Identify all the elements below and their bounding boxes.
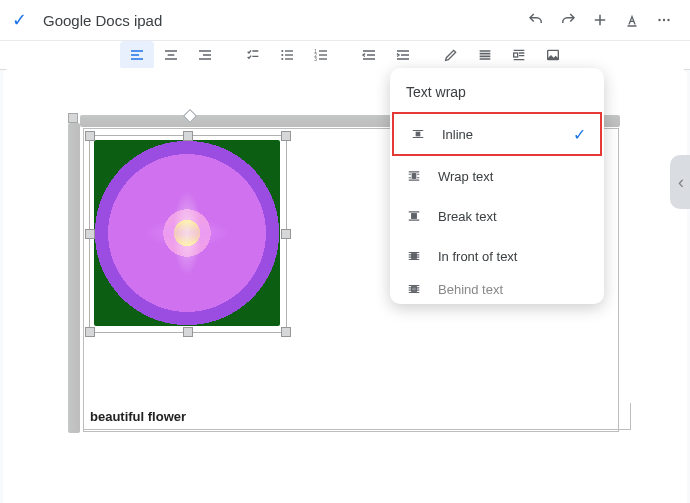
svg-point-1 [658,19,660,21]
menu-item-label: Wrap text [438,169,493,184]
menu-item-inline[interactable]: Inline ✓ [392,112,602,156]
numbered-list-button[interactable]: 123 [304,41,338,69]
doc-title[interactable]: Google Docs ipad [43,12,518,29]
menu-item-label: In front of text [438,249,518,264]
svg-point-3 [667,19,669,21]
resize-handle-sw[interactable] [85,327,95,337]
menu-item-label: Break text [438,209,497,224]
menu-item-label: Inline [442,127,473,142]
break-text-icon [406,209,422,223]
align-right-button[interactable] [188,41,222,69]
format-toolbar: 123 [0,41,690,70]
resize-handle-n[interactable] [183,131,193,141]
svg-rect-7 [285,50,293,51]
resize-handle-nw[interactable] [85,131,95,141]
checklist-button[interactable] [236,41,270,69]
insert-image-button[interactable] [536,41,570,69]
resize-handle-se[interactable] [281,327,291,337]
svg-rect-18 [416,132,420,136]
behind-text-icon [406,282,422,296]
image-caption-row[interactable]: beautiful flower [83,403,631,430]
bullet-list-button[interactable] [270,41,304,69]
wrap-text-icon [406,169,422,183]
vertical-ruler[interactable] [68,123,80,433]
svg-rect-8 [285,54,293,55]
add-button[interactable] [586,6,614,34]
line-spacing-button[interactable] [468,41,502,69]
app-header: ✓ Google Docs ipad [0,0,690,41]
redo-button[interactable] [554,6,582,34]
svg-point-6 [281,58,283,60]
ruler-corner-icon [68,113,78,123]
menu-item-wrap-text[interactable]: Wrap text [390,156,604,196]
front-text-icon [406,249,422,263]
image-selection-frame[interactable] [89,135,287,333]
inline-icon [410,127,426,141]
align-center-button[interactable] [154,41,188,69]
menu-item-break-text[interactable]: Break text [390,196,604,236]
svg-rect-20 [412,214,417,219]
text-wrap-menu: Text wrap Inline ✓ Wrap text Break text … [390,68,604,304]
menu-item-front-text[interactable]: In front of text [390,236,604,276]
svg-rect-21 [412,254,417,259]
resize-handle-ne[interactable] [281,131,291,141]
decrease-indent-button[interactable] [352,41,386,69]
text-format-button[interactable] [618,6,646,34]
increase-indent-button[interactable] [386,41,420,69]
svg-point-5 [281,54,283,56]
svg-point-2 [663,19,665,21]
done-check-icon[interactable]: ✓ [12,9,27,31]
menu-item-behind-text[interactable]: Behind text [390,276,604,304]
svg-rect-16 [514,53,518,57]
caption-text: beautiful flower [90,409,186,424]
undo-button[interactable] [522,6,550,34]
resize-handle-s[interactable] [183,327,193,337]
align-left-button[interactable] [120,41,154,69]
check-icon: ✓ [573,125,586,144]
svg-rect-15 [319,58,327,59]
resize-handle-e[interactable] [281,229,291,239]
text-wrap-button[interactable] [502,41,536,69]
svg-rect-13 [319,50,327,51]
svg-text:3: 3 [314,57,317,62]
side-panel-tab[interactable]: ‹ [670,155,690,209]
menu-title: Text wrap [390,76,604,112]
edit-pencil-button[interactable] [434,41,468,69]
svg-rect-9 [285,58,293,59]
svg-point-4 [281,50,283,52]
svg-rect-0 [628,25,637,27]
resize-handle-w[interactable] [85,229,95,239]
svg-rect-14 [319,54,327,55]
more-button[interactable] [650,6,678,34]
svg-rect-19 [412,174,416,179]
menu-item-label: Behind text [438,282,503,297]
